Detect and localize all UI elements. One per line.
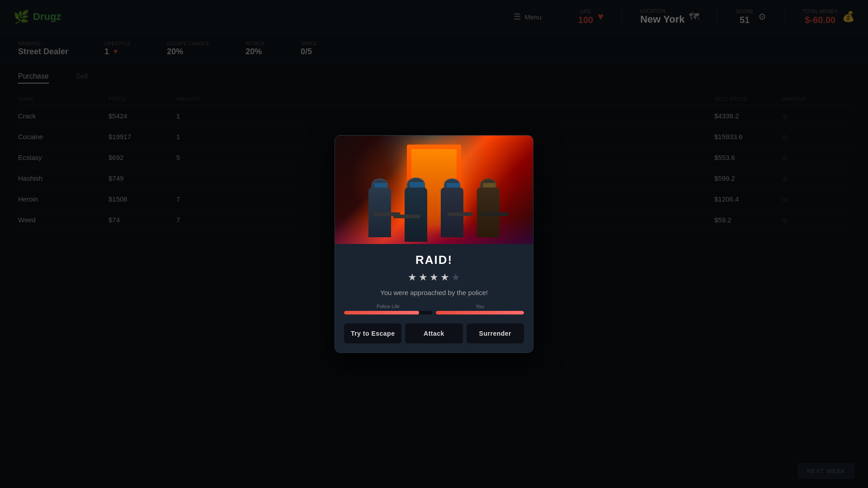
action-buttons: Try to EscapeAttackSurrender (344, 324, 524, 343)
police-life-label: Police Life (344, 304, 432, 309)
player-life-bar: You (436, 304, 524, 314)
player-bar-track (436, 311, 524, 314)
raid-title: RAID! (344, 253, 524, 267)
raid-modal: RAID! ★★★★★ You were approached by the p… (335, 135, 533, 353)
raid-scene (335, 136, 533, 244)
raid-description: You were approached by the police! (344, 289, 524, 296)
officer-4 (477, 188, 500, 237)
star-2: ★ (419, 272, 428, 283)
police-bar-track (344, 311, 432, 314)
police-bar-fill (344, 311, 419, 314)
police-life-bar: Police Life (344, 304, 432, 314)
star-5: ★ (451, 272, 460, 283)
star-1: ★ (408, 272, 417, 283)
officer-1 (368, 188, 391, 237)
player-bar-fill (436, 311, 524, 314)
modal-body: RAID! ★★★★★ You were approached by the p… (335, 244, 533, 352)
officer-3 (441, 188, 463, 237)
player-life-label: You (436, 304, 524, 309)
stars-row: ★★★★★ (344, 272, 524, 283)
officer-2 (405, 188, 427, 242)
escape-button[interactable]: Try to Escape (344, 324, 401, 343)
star-4: ★ (440, 272, 449, 283)
star-3: ★ (429, 272, 439, 283)
surrender-button[interactable]: Surrender (467, 324, 524, 343)
raid-image (335, 136, 533, 244)
officers-group (368, 188, 500, 244)
health-bars: Police Life You (344, 304, 524, 314)
attack-button[interactable]: Attack (405, 324, 462, 343)
raid-overlay: RAID! ★★★★★ You were approached by the p… (0, 0, 868, 488)
